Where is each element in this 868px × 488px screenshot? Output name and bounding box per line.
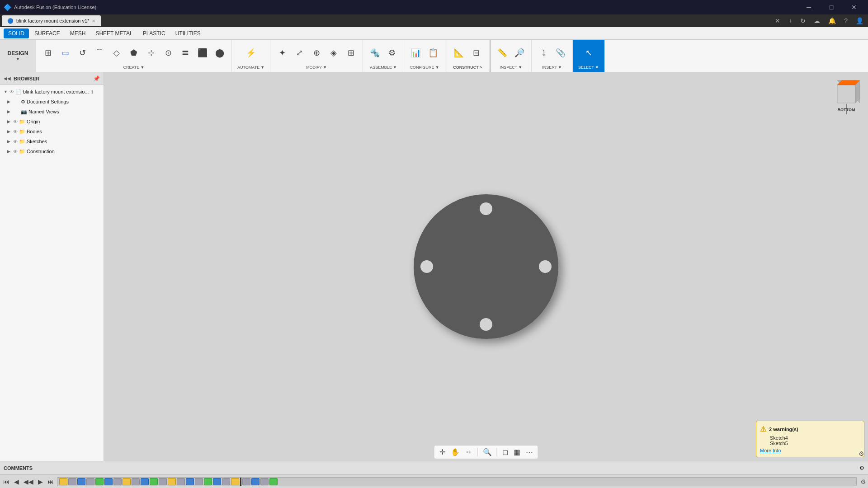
timeline-step-1[interactable] [59, 478, 67, 485]
inspect-btn1[interactable]: 📏 [494, 47, 510, 59]
maximize-button[interactable]: □ [821, 0, 842, 14]
orientation-cube-svg[interactable]: BOTTOM [828, 76, 864, 117]
tab-refresh-button[interactable]: ↻ [797, 16, 808, 25]
tree-item-named-views[interactable]: ▶ 📷 Named Views [0, 107, 104, 117]
tree-eye-bodies[interactable]: 👁 [13, 129, 18, 134]
timeline-fastrev-button[interactable]: ◀◀ [22, 477, 35, 486]
modify-btn3[interactable]: ⊕ [308, 47, 325, 59]
orbit-button[interactable]: ✛ [438, 447, 447, 457]
timeline-step-18[interactable] [213, 478, 221, 485]
design-dropdown[interactable]: DESIGN ▼ [0, 40, 36, 72]
timeline-step-13[interactable] [168, 478, 176, 485]
tree-item-origin[interactable]: ▶ 👁 📁 Origin [0, 117, 104, 127]
configure-label[interactable]: CONFIGURE ▼ [408, 65, 441, 70]
tab-close-button[interactable]: ✕ [92, 19, 95, 23]
viewport-canvas[interactable]: BOTTOM ⚠ 2 warning(s) Sketch4 Sketch5 Mo… [104, 72, 868, 461]
menu-utilities[interactable]: UTILITIES [171, 28, 205, 38]
inspect-label[interactable]: INSPECT ▼ [498, 65, 524, 70]
menu-plastic[interactable]: PLASTIC [138, 28, 170, 38]
timeline-start-button[interactable]: ⏮ [2, 477, 11, 486]
box-button[interactable]: ⬛ [194, 47, 211, 59]
pan-button[interactable]: ✋ [449, 447, 461, 457]
timeline-step-3[interactable] [77, 478, 85, 485]
zoom-button[interactable]: 🔍 [481, 447, 493, 457]
timeline-step-6[interactable] [104, 478, 113, 485]
tree-info-root[interactable]: ℹ [91, 89, 93, 94]
insert-btn2[interactable]: 📎 [552, 47, 569, 59]
timeline-bar[interactable] [57, 477, 857, 486]
configure-btn1[interactable]: 📊 [408, 47, 424, 59]
tree-eye-construction[interactable]: 👁 [13, 149, 18, 154]
timeline-prev-button[interactable]: ◀ [13, 477, 20, 486]
account-button[interactable]: 👤 [853, 16, 866, 25]
timeline-step-20[interactable] [231, 478, 239, 485]
timeline-end-button[interactable]: ⏭ [46, 477, 55, 486]
viewport[interactable]: BOTTOM ⚠ 2 warning(s) Sketch4 Sketch5 Mo… [104, 72, 868, 461]
sweep-button[interactable]: ⌒ [91, 47, 108, 59]
select-button[interactable]: ↖ [580, 47, 597, 59]
menu-mesh[interactable]: MESH [66, 28, 90, 38]
tree-eye-root[interactable]: 👁 [9, 89, 14, 94]
cloud-button[interactable]: ☁ [811, 16, 823, 25]
tree-item-construction[interactable]: ▶ 👁 📁 Construction [0, 146, 104, 156]
more-options-button[interactable]: ⋯ [524, 447, 534, 457]
timeline-step-17[interactable] [204, 478, 212, 485]
automate-label[interactable]: AUTOMATE ▼ [236, 65, 266, 70]
timeline-step-4[interactable] [86, 478, 94, 485]
configure-btn2[interactable]: 📋 [425, 47, 441, 59]
timeline-step-22[interactable] [251, 478, 259, 485]
revolve-button[interactable]: ↺ [74, 47, 90, 59]
timeline-step-16[interactable] [195, 478, 203, 485]
modify-label[interactable]: MODIFY ▼ [304, 65, 329, 70]
notifications-button[interactable]: 🔔 [826, 16, 839, 25]
statusbar-settings-icon[interactable]: ⚙ [859, 465, 864, 471]
tree-item-root[interactable]: ▼ 👁 📄 blink factory mount extensio... ℹ [0, 87, 104, 97]
warning-more-info-link[interactable]: More Info [760, 448, 860, 453]
tab-close-all-button[interactable]: ✕ [772, 16, 783, 25]
grid-button[interactable]: ▦ [512, 447, 522, 457]
timeline-step-8[interactable] [123, 478, 131, 485]
menu-solid[interactable]: SOLID [4, 28, 29, 38]
active-tab[interactable]: 🔵 blink factory mount extension v1* ✕ [2, 15, 101, 26]
timeline-settings-button[interactable]: ⚙ [860, 478, 866, 485]
insert-btn1[interactable]: ⤵ [535, 47, 552, 59]
web-button[interactable]: ⊹ [143, 47, 159, 59]
assemble-label[interactable]: ASSEMBLE ▼ [368, 65, 398, 70]
tab-add-button[interactable]: + [786, 16, 795, 25]
modify-btn2[interactable]: ⤢ [291, 47, 307, 59]
timeline-step-14[interactable] [177, 478, 185, 485]
create-label[interactable]: CREATE ▼ [122, 65, 146, 70]
tree-item-sketches[interactable]: ▶ 👁 📁 Sketches [0, 136, 104, 146]
viewport-settings-button[interactable]: ⚙ [859, 450, 864, 457]
modify-btn1[interactable]: ✦ [274, 47, 290, 59]
tree-eye-origin[interactable]: 👁 [13, 119, 18, 124]
display-mode-button[interactable]: ◻ [501, 447, 509, 457]
browser-pin-button[interactable]: 📌 [93, 75, 100, 82]
timeline-marker[interactable] [240, 477, 241, 486]
help-button[interactable]: ? [841, 16, 850, 25]
timeline-step-11[interactable] [150, 478, 158, 485]
new-component-button[interactable]: ⊞ [40, 47, 56, 59]
select-label[interactable]: SELECT ▼ [576, 65, 601, 70]
construct-btn1[interactable]: 📐 [451, 47, 467, 59]
timeline-step-15[interactable] [186, 478, 194, 485]
hole-button[interactable]: ⊙ [160, 47, 176, 59]
extrude-button[interactable]: ▭ [57, 47, 73, 59]
close-button[interactable]: ✕ [844, 0, 864, 14]
timeline-step-23[interactable] [260, 478, 269, 485]
assemble-btn2[interactable]: ⚙ [384, 47, 400, 59]
modify-btn5[interactable]: ⊞ [343, 47, 359, 59]
assemble-btn1[interactable]: 🔩 [367, 47, 383, 59]
inspect-btn2[interactable]: 🔎 [511, 47, 528, 59]
timeline-play-button[interactable]: ▶ [37, 477, 44, 486]
browser-collapse-button[interactable]: ◀◀ [4, 76, 11, 81]
timeline-step-10[interactable] [141, 478, 149, 485]
timeline-step-2[interactable] [68, 478, 76, 485]
timeline-step-7[interactable] [113, 478, 122, 485]
insert-label[interactable]: INSERT ▼ [540, 65, 564, 70]
orientation-cube[interactable]: BOTTOM [828, 76, 864, 112]
thread-button[interactable]: 〓 [177, 47, 193, 59]
look-at-button[interactable]: ↔ [464, 447, 474, 457]
modify-btn4[interactable]: ◈ [326, 47, 342, 59]
rib-button[interactable]: ⬟ [126, 47, 142, 59]
